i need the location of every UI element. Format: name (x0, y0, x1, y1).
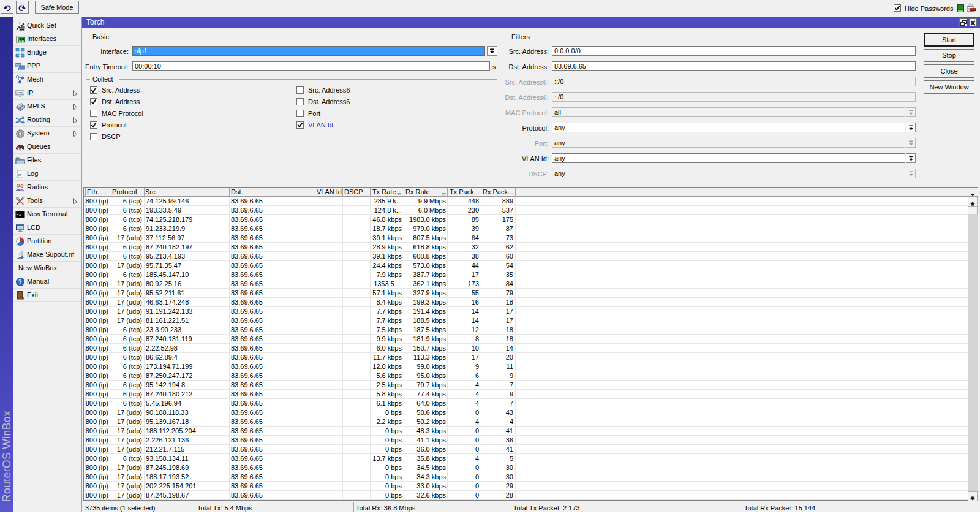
svg-text:?: ? (19, 278, 22, 285)
svg-text:255: 255 (17, 91, 23, 95)
